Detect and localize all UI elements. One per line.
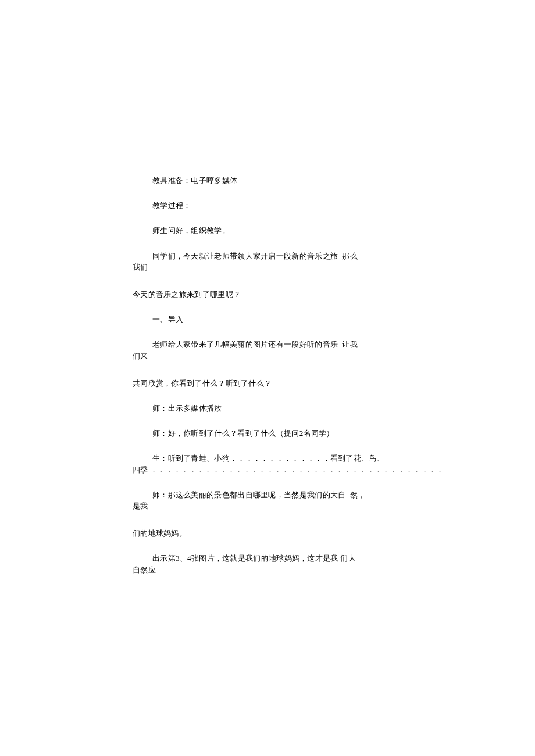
appreciate-line: 共同欣赏，你看到了什么？听到了什么？	[133, 379, 406, 387]
intro-line-1a: 同学们，今天就让老师带领大家开启一段新的音乐之旅 那么	[133, 252, 406, 260]
question-line: 今天的音乐之旅来到了哪里呢？	[133, 291, 406, 298]
teacher-ask-line: 师：好，你听到了什么？看到了什么（提问2名同学）	[133, 429, 406, 437]
intro-line-1b: 我们	[133, 263, 406, 271]
section-1-heading: 一、导入	[133, 316, 406, 323]
prep-label: 教具准备：电子哼多媒体	[133, 177, 406, 184]
earth-mom-line: 们的地球妈妈。	[133, 529, 406, 537]
process-label: 教学过程：	[133, 202, 406, 209]
pictures-line-a: 老师给大家带来了几幅美丽的图片还有一段好听的音乐 让我	[133, 341, 406, 348]
show-pic-line-a: 出示第3、4张图片，这就是我们的地球妈妈，这才是我 们大	[133, 554, 406, 562]
student-line-a: 生：听到了青蛙、小狗．．．．．．．．．．．．．看到了花、鸟、	[133, 454, 406, 462]
greeting-line: 师生问好，组织教学。	[133, 227, 406, 234]
pictures-line-b: 们来	[133, 352, 406, 360]
show-pic-line-b: 自然应	[133, 566, 406, 574]
student-line-b: 四季 ．．．．．．．．．．．．．．．．．．．．．．．．．．．．．．．．．．．．．…	[133, 466, 406, 474]
teacher-nature-line-a: 师：那这么美丽的景色都出自哪里呢，当然是我们的大自 然，	[133, 491, 406, 499]
teacher-nature-line-b: 是我	[133, 502, 406, 510]
teacher-show-line: 师：出示多媒体播放	[133, 404, 406, 412]
document-body: 教具准备：电子哼多媒体 教学过程： 师生问好，组织教学。 同学们，今天就让老师带…	[133, 177, 406, 574]
